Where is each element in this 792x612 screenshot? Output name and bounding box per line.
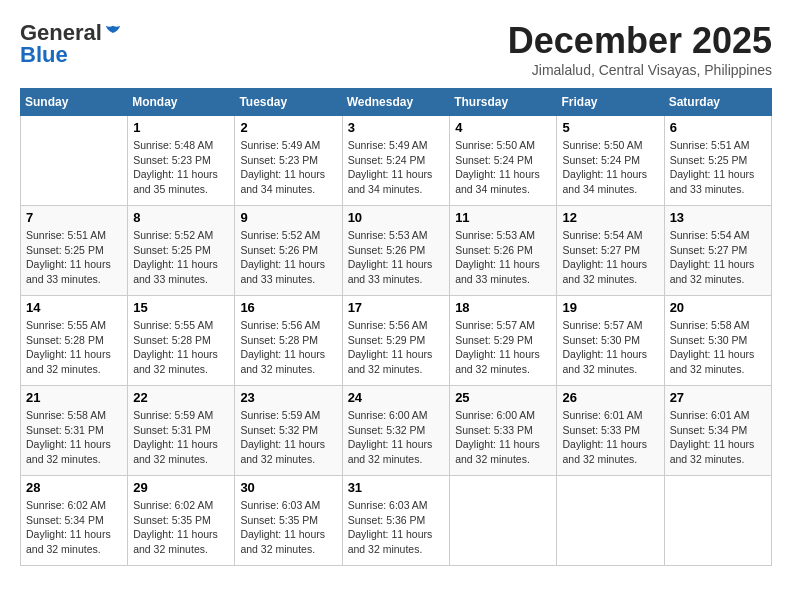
day-info: Sunrise: 5:53 AMSunset: 5:26 PMDaylight:… bbox=[455, 228, 551, 287]
week-row-1: 1Sunrise: 5:48 AMSunset: 5:23 PMDaylight… bbox=[21, 116, 772, 206]
week-row-4: 21Sunrise: 5:58 AMSunset: 5:31 PMDayligh… bbox=[21, 386, 772, 476]
title-block: December 2025 Jimalalud, Central Visayas… bbox=[508, 20, 772, 78]
day-info: Sunrise: 5:58 AMSunset: 5:30 PMDaylight:… bbox=[670, 318, 766, 377]
day-number: 6 bbox=[670, 120, 766, 135]
calendar-cell: 4Sunrise: 5:50 AMSunset: 5:24 PMDaylight… bbox=[450, 116, 557, 206]
calendar-cell: 23Sunrise: 5:59 AMSunset: 5:32 PMDayligh… bbox=[235, 386, 342, 476]
calendar-cell: 16Sunrise: 5:56 AMSunset: 5:28 PMDayligh… bbox=[235, 296, 342, 386]
location-text: Jimalalud, Central Visayas, Philippines bbox=[508, 62, 772, 78]
day-number: 23 bbox=[240, 390, 336, 405]
day-number: 29 bbox=[133, 480, 229, 495]
day-info: Sunrise: 5:52 AMSunset: 5:25 PMDaylight:… bbox=[133, 228, 229, 287]
day-info: Sunrise: 5:51 AMSunset: 5:25 PMDaylight:… bbox=[26, 228, 122, 287]
week-row-3: 14Sunrise: 5:55 AMSunset: 5:28 PMDayligh… bbox=[21, 296, 772, 386]
day-number: 16 bbox=[240, 300, 336, 315]
day-number: 13 bbox=[670, 210, 766, 225]
day-number: 27 bbox=[670, 390, 766, 405]
day-info: Sunrise: 6:03 AMSunset: 5:36 PMDaylight:… bbox=[348, 498, 445, 557]
day-number: 4 bbox=[455, 120, 551, 135]
day-info: Sunrise: 5:50 AMSunset: 5:24 PMDaylight:… bbox=[455, 138, 551, 197]
day-number: 3 bbox=[348, 120, 445, 135]
day-info: Sunrise: 5:57 AMSunset: 5:29 PMDaylight:… bbox=[455, 318, 551, 377]
day-number: 20 bbox=[670, 300, 766, 315]
day-info: Sunrise: 5:54 AMSunset: 5:27 PMDaylight:… bbox=[670, 228, 766, 287]
calendar-table: SundayMondayTuesdayWednesdayThursdayFrid… bbox=[20, 88, 772, 566]
calendar-cell bbox=[450, 476, 557, 566]
calendar-cell: 18Sunrise: 5:57 AMSunset: 5:29 PMDayligh… bbox=[450, 296, 557, 386]
day-number: 30 bbox=[240, 480, 336, 495]
calendar-cell: 15Sunrise: 5:55 AMSunset: 5:28 PMDayligh… bbox=[128, 296, 235, 386]
calendar-cell: 22Sunrise: 5:59 AMSunset: 5:31 PMDayligh… bbox=[128, 386, 235, 476]
calendar-cell: 5Sunrise: 5:50 AMSunset: 5:24 PMDaylight… bbox=[557, 116, 664, 206]
calendar-cell: 26Sunrise: 6:01 AMSunset: 5:33 PMDayligh… bbox=[557, 386, 664, 476]
calendar-cell: 9Sunrise: 5:52 AMSunset: 5:26 PMDaylight… bbox=[235, 206, 342, 296]
day-info: Sunrise: 5:56 AMSunset: 5:28 PMDaylight:… bbox=[240, 318, 336, 377]
day-info: Sunrise: 5:55 AMSunset: 5:28 PMDaylight:… bbox=[133, 318, 229, 377]
day-number: 5 bbox=[562, 120, 658, 135]
day-info: Sunrise: 5:51 AMSunset: 5:25 PMDaylight:… bbox=[670, 138, 766, 197]
calendar-cell: 2Sunrise: 5:49 AMSunset: 5:23 PMDaylight… bbox=[235, 116, 342, 206]
weekday-header-sunday: Sunday bbox=[21, 89, 128, 116]
weekday-header-row: SundayMondayTuesdayWednesdayThursdayFrid… bbox=[21, 89, 772, 116]
calendar-cell: 31Sunrise: 6:03 AMSunset: 5:36 PMDayligh… bbox=[342, 476, 450, 566]
calendar-cell: 27Sunrise: 6:01 AMSunset: 5:34 PMDayligh… bbox=[664, 386, 771, 476]
day-info: Sunrise: 5:53 AMSunset: 5:26 PMDaylight:… bbox=[348, 228, 445, 287]
day-number: 21 bbox=[26, 390, 122, 405]
day-number: 11 bbox=[455, 210, 551, 225]
day-info: Sunrise: 5:52 AMSunset: 5:26 PMDaylight:… bbox=[240, 228, 336, 287]
calendar-cell: 12Sunrise: 5:54 AMSunset: 5:27 PMDayligh… bbox=[557, 206, 664, 296]
day-info: Sunrise: 5:49 AMSunset: 5:23 PMDaylight:… bbox=[240, 138, 336, 197]
calendar-cell: 19Sunrise: 5:57 AMSunset: 5:30 PMDayligh… bbox=[557, 296, 664, 386]
day-number: 14 bbox=[26, 300, 122, 315]
logo: General Blue bbox=[20, 20, 122, 68]
calendar-cell bbox=[21, 116, 128, 206]
weekday-header-friday: Friday bbox=[557, 89, 664, 116]
day-info: Sunrise: 6:02 AMSunset: 5:35 PMDaylight:… bbox=[133, 498, 229, 557]
calendar-cell: 11Sunrise: 5:53 AMSunset: 5:26 PMDayligh… bbox=[450, 206, 557, 296]
weekday-header-monday: Monday bbox=[128, 89, 235, 116]
day-number: 19 bbox=[562, 300, 658, 315]
calendar-cell: 30Sunrise: 6:03 AMSunset: 5:35 PMDayligh… bbox=[235, 476, 342, 566]
day-info: Sunrise: 6:01 AMSunset: 5:34 PMDaylight:… bbox=[670, 408, 766, 467]
weekday-header-thursday: Thursday bbox=[450, 89, 557, 116]
day-number: 15 bbox=[133, 300, 229, 315]
calendar-cell: 24Sunrise: 6:00 AMSunset: 5:32 PMDayligh… bbox=[342, 386, 450, 476]
day-number: 1 bbox=[133, 120, 229, 135]
calendar-cell: 20Sunrise: 5:58 AMSunset: 5:30 PMDayligh… bbox=[664, 296, 771, 386]
page-header: General Blue December 2025 Jimalalud, Ce… bbox=[20, 20, 772, 78]
logo-blue-text: Blue bbox=[20, 42, 68, 68]
week-row-5: 28Sunrise: 6:02 AMSunset: 5:34 PMDayligh… bbox=[21, 476, 772, 566]
day-number: 2 bbox=[240, 120, 336, 135]
day-number: 10 bbox=[348, 210, 445, 225]
calendar-cell: 3Sunrise: 5:49 AMSunset: 5:24 PMDaylight… bbox=[342, 116, 450, 206]
calendar-cell bbox=[557, 476, 664, 566]
calendar-cell: 21Sunrise: 5:58 AMSunset: 5:31 PMDayligh… bbox=[21, 386, 128, 476]
day-info: Sunrise: 5:58 AMSunset: 5:31 PMDaylight:… bbox=[26, 408, 122, 467]
calendar-cell: 8Sunrise: 5:52 AMSunset: 5:25 PMDaylight… bbox=[128, 206, 235, 296]
calendar-cell: 29Sunrise: 6:02 AMSunset: 5:35 PMDayligh… bbox=[128, 476, 235, 566]
day-number: 22 bbox=[133, 390, 229, 405]
day-info: Sunrise: 5:57 AMSunset: 5:30 PMDaylight:… bbox=[562, 318, 658, 377]
weekday-header-saturday: Saturday bbox=[664, 89, 771, 116]
day-info: Sunrise: 5:56 AMSunset: 5:29 PMDaylight:… bbox=[348, 318, 445, 377]
calendar-cell: 14Sunrise: 5:55 AMSunset: 5:28 PMDayligh… bbox=[21, 296, 128, 386]
day-info: Sunrise: 5:50 AMSunset: 5:24 PMDaylight:… bbox=[562, 138, 658, 197]
day-number: 17 bbox=[348, 300, 445, 315]
day-number: 28 bbox=[26, 480, 122, 495]
day-info: Sunrise: 5:59 AMSunset: 5:32 PMDaylight:… bbox=[240, 408, 336, 467]
calendar-cell: 17Sunrise: 5:56 AMSunset: 5:29 PMDayligh… bbox=[342, 296, 450, 386]
day-number: 9 bbox=[240, 210, 336, 225]
calendar-cell: 1Sunrise: 5:48 AMSunset: 5:23 PMDaylight… bbox=[128, 116, 235, 206]
day-info: Sunrise: 6:00 AMSunset: 5:32 PMDaylight:… bbox=[348, 408, 445, 467]
week-row-2: 7Sunrise: 5:51 AMSunset: 5:25 PMDaylight… bbox=[21, 206, 772, 296]
calendar-cell: 7Sunrise: 5:51 AMSunset: 5:25 PMDaylight… bbox=[21, 206, 128, 296]
day-info: Sunrise: 6:01 AMSunset: 5:33 PMDaylight:… bbox=[562, 408, 658, 467]
logo-bird-icon bbox=[104, 24, 122, 42]
calendar-cell: 28Sunrise: 6:02 AMSunset: 5:34 PMDayligh… bbox=[21, 476, 128, 566]
day-number: 12 bbox=[562, 210, 658, 225]
month-title: December 2025 bbox=[508, 20, 772, 62]
day-info: Sunrise: 5:54 AMSunset: 5:27 PMDaylight:… bbox=[562, 228, 658, 287]
day-number: 26 bbox=[562, 390, 658, 405]
day-number: 8 bbox=[133, 210, 229, 225]
calendar-cell: 25Sunrise: 6:00 AMSunset: 5:33 PMDayligh… bbox=[450, 386, 557, 476]
